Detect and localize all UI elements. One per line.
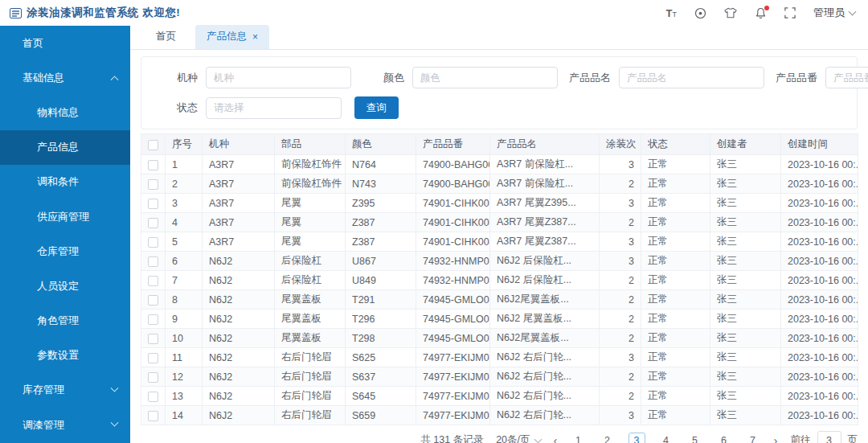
row-checkbox[interactable] <box>148 392 158 402</box>
status-select[interactable] <box>206 97 342 119</box>
cell-name: N6J2 右后门轮... <box>490 387 600 406</box>
cell-no: 3 <box>166 194 203 213</box>
product-no-input[interactable] <box>825 67 868 88</box>
goto-page: 前往 页 <box>791 431 858 443</box>
product-name-input[interactable] <box>619 67 764 88</box>
page-number[interactable]: 5 <box>687 435 703 443</box>
cell-coats: 3 <box>600 348 641 367</box>
sidebar-item[interactable]: 库存管理 <box>0 373 130 408</box>
cell-coats: 2 <box>600 290 641 310</box>
sidebar-item[interactable]: 调漆管理 <box>0 408 130 442</box>
page-number[interactable]: 4 <box>658 435 674 443</box>
cell-no: 2 <box>166 174 203 194</box>
table-row: 11N6J2右后门轮眉S62574977-EKIJM0...N6J2 右后门轮.… <box>141 348 858 367</box>
sidebar-item[interactable]: 物料信息 <box>0 95 130 129</box>
cell-part: 尾翼盖板 <box>275 310 346 329</box>
sidebar-item[interactable]: 供应商管理 <box>0 199 130 234</box>
model-input[interactable] <box>206 67 351 88</box>
search-button[interactable]: 查询 <box>354 96 399 119</box>
column-header: 部品 <box>275 134 346 155</box>
tab-label: 产品信息 <box>207 30 247 43</box>
cell-coats: 2 <box>600 213 641 232</box>
cell-created: 2023-10-16 00:... <box>781 348 858 367</box>
row-checkbox[interactable] <box>148 218 158 228</box>
tab[interactable]: 产品信息× <box>195 25 269 49</box>
cell-coats: 3 <box>600 406 641 425</box>
select-all-checkbox[interactable] <box>148 140 158 150</box>
row-checkbox[interactable] <box>148 295 158 306</box>
notification-bell-icon[interactable] <box>755 7 767 19</box>
row-checkbox[interactable] <box>148 179 158 190</box>
tab-close-icon[interactable]: × <box>252 32 258 42</box>
cell-part-no: 74900-BAHG00... <box>416 174 490 194</box>
row-checkbox[interactable] <box>148 372 158 383</box>
cell-no: 11 <box>166 348 203 367</box>
tab[interactable]: 首页 <box>145 25 187 49</box>
row-checkbox[interactable] <box>148 314 158 325</box>
column-header: 涂装次 <box>600 134 641 155</box>
row-checkbox[interactable] <box>148 256 158 267</box>
sidebar-item-label: 角色管理 <box>37 314 79 328</box>
cell-name: N6J2 后保险杠... <box>490 252 600 271</box>
fullscreen-icon[interactable] <box>784 7 796 18</box>
row-checkbox[interactable] <box>148 276 158 286</box>
notification-badge <box>764 6 769 10</box>
cell-part-no: 74977-EKIJM0... <box>416 367 490 387</box>
row-checkbox[interactable] <box>148 237 158 248</box>
page-number[interactable]: 1 <box>571 435 587 443</box>
next-page-button[interactable]: › <box>774 434 778 443</box>
cell-name: A3R7 前保险杠... <box>490 174 600 194</box>
cell-created: 2023-10-16 00:... <box>781 232 858 252</box>
prev-page-button[interactable]: ‹ <box>554 434 558 443</box>
sidebar-item[interactable]: 产品信息 <box>0 130 130 165</box>
page-number[interactable]: 3 <box>628 433 645 443</box>
cell-name: N6J2尾翼盖板... <box>490 329 600 348</box>
cell-model: N6J2 <box>203 387 275 406</box>
sidebar-item[interactable]: 调和条件 <box>0 165 130 199</box>
sidebar-item[interactable]: 参数设置 <box>0 338 130 373</box>
cell-model: N6J2 <box>203 310 275 329</box>
theme-shirt-icon[interactable] <box>724 7 737 18</box>
cell-part-no: 74945-GMLO0... <box>416 329 490 348</box>
page-size-select[interactable]: 20条/页 <box>496 433 540 443</box>
cell-creator: 张三 <box>710 406 781 425</box>
cell-creator: 张三 <box>710 290 781 310</box>
cell-created: 2023-10-16 00:... <box>781 387 858 406</box>
sidebar-item[interactable]: 基础信息 <box>0 60 130 95</box>
row-checkbox[interactable] <box>148 411 158 421</box>
cell-coats: 2 <box>600 310 641 329</box>
row-checkbox[interactable] <box>148 353 158 363</box>
sidebar-item[interactable]: 人员设定 <box>0 269 130 303</box>
cell-status: 正常 <box>641 252 710 271</box>
page-number[interactable]: 6 <box>716 435 732 443</box>
font-size-icon[interactable]: TT <box>666 7 677 19</box>
page-number[interactable]: 7 <box>745 435 761 443</box>
cell-name: N6J2 右后门轮... <box>490 348 600 367</box>
cell-model: A3R7 <box>203 213 275 232</box>
cell-color: S637 <box>346 367 416 387</box>
color-input[interactable] <box>412 67 558 88</box>
topbar: 涂装油漆调和监管系统 欢迎您! TT 管理员 <box>0 0 868 26</box>
cell-status: 正常 <box>641 310 710 329</box>
row-checkbox[interactable] <box>148 160 158 170</box>
row-checkbox[interactable] <box>148 334 158 344</box>
cell-status: 正常 <box>641 194 710 213</box>
table-header-row: 序号机种部品颜色产品品番产品品名涂装次状态创建者创建时间 <box>141 134 858 155</box>
row-checkbox[interactable] <box>148 199 158 209</box>
user-menu[interactable]: 管理员 <box>813 6 855 20</box>
goto-page-input[interactable] <box>817 431 841 443</box>
cell-color: S659 <box>346 406 416 425</box>
cell-part-no: 74901-CIHK00... <box>416 194 490 213</box>
cell-status: 正常 <box>641 367 710 387</box>
sidebar-item[interactable]: 首页 <box>0 26 130 60</box>
cell-model: N6J2 <box>203 252 275 271</box>
table-row: 10N6J2尾翼盖板T29874945-GMLO0...N6J2尾翼盖板...2… <box>141 329 858 348</box>
page-number[interactable]: 2 <box>600 435 616 443</box>
sidebar-item[interactable]: 角色管理 <box>0 304 130 338</box>
record-circle-icon[interactable] <box>694 7 706 19</box>
cell-no: 7 <box>166 271 203 290</box>
sidebar-item[interactable]: 仓库管理 <box>0 234 130 269</box>
sidebar-item-label: 物料信息 <box>37 105 79 120</box>
color-label: 颜色 <box>351 71 412 85</box>
filter-field-product-no: 产品品番 <box>764 67 868 88</box>
